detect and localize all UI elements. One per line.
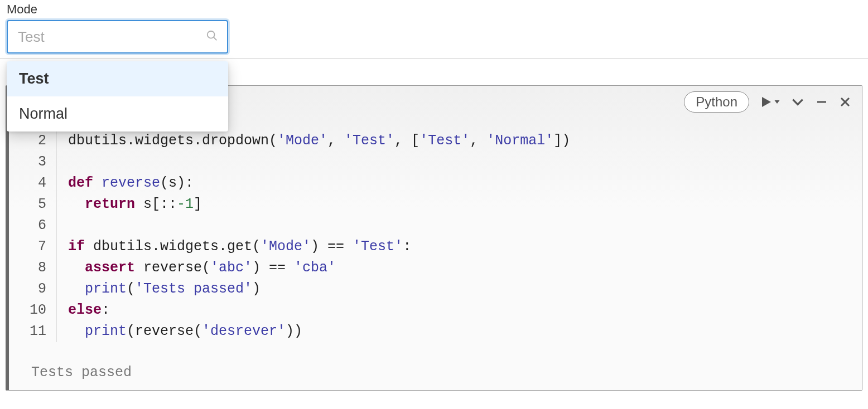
svg-marker-3 (775, 100, 780, 104)
line-number: 5 (9, 194, 46, 215)
mode-combobox-input[interactable] (7, 20, 228, 53)
cell-output: Tests passed (9, 364, 862, 381)
code-line: print(reverse('desrever')) (68, 321, 570, 342)
svg-marker-2 (762, 97, 771, 107)
close-icon[interactable] (838, 95, 852, 109)
code-line: def reverse(s): (68, 173, 570, 194)
mode-combobox[interactable] (7, 20, 228, 53)
code-line: print('Tests passed') (68, 279, 570, 300)
code-line (68, 215, 570, 236)
line-number: 2 (9, 130, 46, 152)
divider (0, 58, 868, 59)
line-number: 7 (9, 236, 46, 257)
chevron-down-icon[interactable] (790, 95, 805, 109)
dropdown-option-normal[interactable]: Normal (7, 96, 228, 132)
line-number: 6 (9, 215, 46, 236)
dropdown-option-test[interactable]: Test (7, 61, 228, 96)
line-number: 11 (9, 321, 46, 342)
code-line: assert reverse('abc') == 'cba' (68, 257, 570, 279)
caret-down-icon (774, 99, 780, 105)
code-line: return s[::-1] (68, 194, 570, 215)
code-body[interactable]: dbutils.widgets.dropdown('Mode', 'Test',… (57, 130, 570, 342)
code-line: if dbutils.widgets.get('Mode') == 'Test'… (68, 236, 570, 257)
cell-toolbar: Python (684, 91, 852, 113)
run-button[interactable] (759, 95, 780, 109)
line-number: 8 (9, 257, 46, 279)
code-line: dbutils.widgets.dropdown('Mode', 'Test',… (68, 130, 570, 152)
mode-widget-label: Mode (7, 2, 861, 17)
language-selector[interactable]: Python (684, 91, 749, 113)
code-line: else: (68, 300, 570, 321)
line-gutter: 2 3 4 5 6 7 8 9 10 11 (9, 130, 57, 342)
code-line (68, 152, 570, 173)
minimize-icon[interactable] (815, 95, 828, 109)
line-number: 9 (9, 279, 46, 300)
widget-area: Mode (0, 0, 868, 58)
line-number: 4 (9, 173, 46, 194)
line-number: 3 (9, 152, 46, 173)
line-number: 10 (9, 300, 46, 321)
mode-dropdown-list: Test Normal (7, 61, 228, 132)
